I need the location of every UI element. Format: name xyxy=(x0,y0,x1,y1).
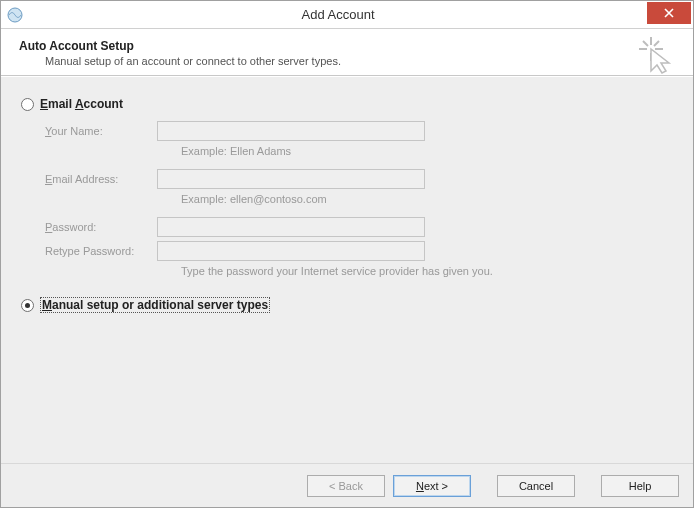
wizard-content: Email Account Your Name: Example: Ellen … xyxy=(1,76,693,463)
option-email-label: Email Account xyxy=(40,97,123,111)
svg-line-7 xyxy=(654,41,659,46)
next-button[interactable]: Next > xyxy=(393,475,471,497)
wizard-footer: < Back Next > Cancel Help xyxy=(1,463,693,507)
your-name-label: Your Name: xyxy=(45,125,157,137)
window-title: Add Account xyxy=(29,7,647,22)
password-label: Password: xyxy=(45,221,157,233)
your-name-input xyxy=(157,121,425,141)
titlebar: Add Account xyxy=(1,1,693,29)
option-manual-label: Manual setup or additional server types xyxy=(40,297,270,313)
option-email-account[interactable]: Email Account xyxy=(21,97,673,111)
retype-password-input xyxy=(157,241,425,261)
close-button[interactable] xyxy=(647,2,691,24)
back-button: < Back xyxy=(307,475,385,497)
cursor-star-icon xyxy=(637,35,677,75)
header-title: Auto Account Setup xyxy=(19,39,675,53)
help-button[interactable]: Help xyxy=(601,475,679,497)
password-hint: Type the password your Internet service … xyxy=(181,265,673,277)
svg-line-5 xyxy=(643,41,648,46)
header-subtitle: Manual setup of an account or connect to… xyxy=(45,55,675,67)
option-manual-setup[interactable]: Manual setup or additional server types xyxy=(21,297,673,313)
email-address-hint: Example: ellen@contoso.com xyxy=(181,193,673,205)
email-address-input xyxy=(157,169,425,189)
radio-icon xyxy=(21,98,34,111)
radio-icon xyxy=(21,299,34,312)
retype-password-label: Retype Password: xyxy=(45,245,157,257)
your-name-hint: Example: Ellen Adams xyxy=(181,145,673,157)
password-input xyxy=(157,217,425,237)
email-address-label: Email Address: xyxy=(45,173,157,185)
wizard-header: Auto Account Setup Manual setup of an ac… xyxy=(1,29,693,76)
cancel-button[interactable]: Cancel xyxy=(497,475,575,497)
email-form: Your Name: Example: Ellen Adams Email Ad… xyxy=(45,121,673,277)
add-account-window: Add Account Auto Account Setup Manual se… xyxy=(0,0,694,508)
app-icon xyxy=(7,7,23,23)
